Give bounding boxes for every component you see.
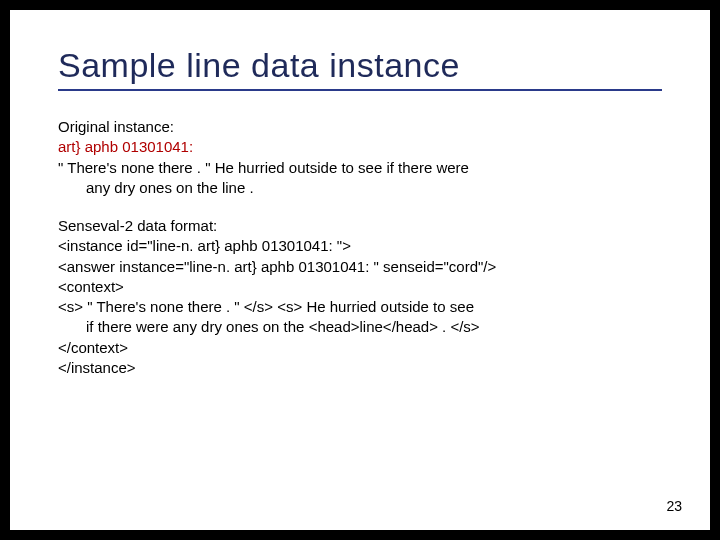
senseval-line-4: </context> (58, 338, 662, 358)
slide: Sample line data instance Original insta… (10, 10, 710, 530)
original-heading: Original instance: (58, 117, 662, 137)
senseval-line-0: <instance id="line-n. art} aphb 01301041… (58, 236, 662, 256)
senseval-line-3-first: <s> " There's none there . " </s> <s> He… (58, 298, 474, 315)
slide-body: Original instance: art} aphb 01301041: "… (58, 117, 662, 378)
original-text-wrap: any dry ones on the line . (58, 178, 662, 198)
senseval-line-3-wrap: if there were any dry ones on the <head>… (58, 317, 662, 337)
original-text-first: " There's none there . " He hurried outs… (58, 159, 469, 176)
original-id-line: art} aphb 01301041: (58, 137, 662, 157)
title-underline (58, 89, 662, 91)
senseval-block: Senseval-2 data format: <instance id="li… (58, 216, 662, 378)
senseval-heading: Senseval-2 data format: (58, 216, 662, 236)
page-number: 23 (666, 498, 682, 514)
senseval-line-5: </instance> (58, 358, 662, 378)
slide-title: Sample line data instance (58, 46, 662, 85)
senseval-line-2: <context> (58, 277, 662, 297)
senseval-line-1: <answer instance="line-n. art} aphb 0130… (58, 257, 662, 277)
original-text-line: " There's none there . " He hurried outs… (58, 158, 662, 199)
senseval-line-3: <s> " There's none there . " </s> <s> He… (58, 297, 662, 338)
original-instance-block: Original instance: art} aphb 01301041: "… (58, 117, 662, 198)
